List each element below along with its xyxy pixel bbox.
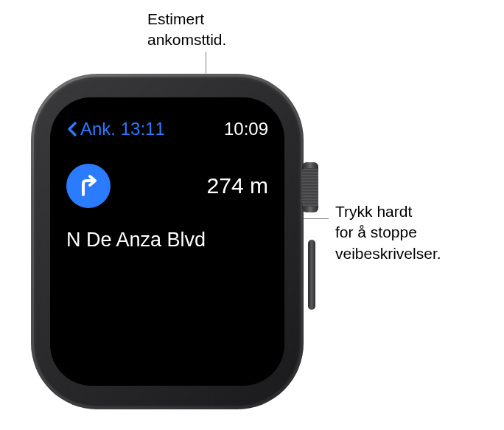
back-button[interactable]: Ank. 13:11 [66,119,165,139]
chevron-left-icon [66,121,78,137]
digital-crown[interactable] [302,162,318,212]
watch-screen[interactable]: Ank. 13:11 10:09 274 m N De Anza Blvd [50,97,284,386]
arrival-time-label: Ank. 13:11 [80,119,165,139]
side-button[interactable] [308,240,315,310]
callout-force-touch: Trykk hardt for å stoppe veibeskrivelser… [335,201,441,264]
current-time: 10:09 [224,119,268,139]
street-name-label: N De Anza Blvd [63,229,271,252]
direction-row: 274 m [63,164,271,208]
distance-label: 274 m [207,173,268,198]
status-bar: Ank. 13:11 10:09 [63,117,271,142]
watch-frame: Ank. 13:11 10:09 274 m N De Anza Blvd [22,74,313,409]
callout-arrival-time: Estimert ankomsttid. [147,9,226,51]
turn-right-icon [66,164,111,208]
